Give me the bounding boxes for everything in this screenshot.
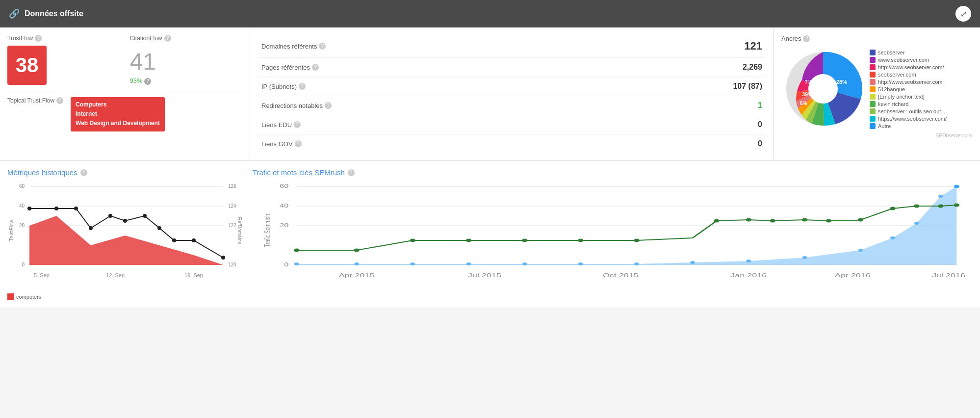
svg-point-64 xyxy=(410,262,415,265)
svg-point-62 xyxy=(294,262,299,265)
svg-text:60: 60 xyxy=(280,183,288,189)
ip-label: IP (Subnets) ? xyxy=(261,83,306,90)
topical-info-icon[interactable]: ? xyxy=(56,97,63,104)
trust-flow-section: TrustFlow ? 38 xyxy=(7,35,120,85)
legend-item: 512banque xyxy=(870,86,947,92)
pages-info-icon[interactable]: ? xyxy=(312,64,319,71)
svg-text:40: 40 xyxy=(280,203,288,209)
svg-point-59 xyxy=(914,205,919,208)
topical-label: Topical Trust Flow ? xyxy=(7,97,63,104)
edu-info-icon[interactable]: ? xyxy=(294,121,301,128)
expand-button[interactable]: ⤢ xyxy=(955,6,971,22)
svg-text:40: 40 xyxy=(19,203,25,209)
svg-text:TrustFlow: TrustFlow xyxy=(9,219,14,241)
gov-info-icon[interactable]: ? xyxy=(295,140,302,147)
page-title: Données offsite xyxy=(25,9,83,18)
edu-label: Liens EDU ? xyxy=(261,121,301,129)
computers-legend-color xyxy=(7,293,14,300)
domaines-info-icon[interactable]: ? xyxy=(319,43,326,50)
svg-text:122: 122 xyxy=(228,223,236,228)
historique-info-icon[interactable]: ? xyxy=(80,169,87,176)
semrush-info-icon[interactable]: ? xyxy=(348,169,355,176)
tf-cf-row: TrustFlow ? 38 CitationFlow ? 41 93% ? xyxy=(7,35,242,91)
redirections-label: Redirections notables ? xyxy=(261,102,332,109)
svg-text:Oct 2015: Oct 2015 xyxy=(603,272,639,278)
svg-text:Apr 2015: Apr 2015 xyxy=(339,272,375,278)
svg-point-68 xyxy=(634,262,639,265)
legend-item: seobserver : outils seo out... xyxy=(870,108,947,114)
topical-badge: ComputersInternetWeb Design and Developm… xyxy=(71,97,165,131)
legend-color xyxy=(870,64,876,70)
svg-text:Jul 2016: Jul 2016 xyxy=(932,272,965,278)
svg-text:39%: 39% xyxy=(802,91,813,97)
gov-label: Liens GOV ? xyxy=(261,140,302,148)
svg-point-54 xyxy=(770,219,775,223)
legend-item: seobserver.com xyxy=(870,72,947,78)
semrush-panel: Trafic et mots-clés SEMrush ? 60 40 20 0… xyxy=(253,168,973,300)
svg-point-28 xyxy=(157,226,161,230)
header-title-group: 🔗 Données offsite xyxy=(9,8,83,19)
svg-point-63 xyxy=(354,262,359,265)
svg-point-25 xyxy=(108,214,112,218)
redirections-value: 1 xyxy=(758,101,762,110)
legend-color xyxy=(870,86,876,92)
svg-point-76 xyxy=(954,185,959,188)
svg-point-71 xyxy=(802,256,807,259)
ip-info-icon[interactable]: ? xyxy=(299,83,306,90)
svg-point-56 xyxy=(826,219,831,223)
svg-text:Apr 2016: Apr 2016 xyxy=(835,272,871,278)
semrush-title: Trafic et mots-clés SEMrush ? xyxy=(253,168,973,177)
legend-item: https://www.seobserver.com/ xyxy=(870,116,947,122)
domaines-value: 121 xyxy=(744,40,762,52)
svg-point-24 xyxy=(89,226,93,230)
trust-flow-info-icon[interactable]: ? xyxy=(35,35,42,42)
svg-text:0: 0 xyxy=(284,262,288,267)
svg-text:0: 0 xyxy=(22,262,25,267)
svg-point-72 xyxy=(858,249,863,252)
svg-point-46 xyxy=(354,249,359,252)
svg-point-50 xyxy=(578,239,583,242)
svg-point-51 xyxy=(634,239,639,242)
ancres-legend: seobserver www.seobserver.com http://www… xyxy=(870,50,947,129)
ancres-info-icon[interactable]: ? xyxy=(803,35,810,42)
top-section: TrustFlow ? 38 CitationFlow ? 41 93% ? T… xyxy=(0,27,980,161)
svg-point-57 xyxy=(858,218,863,222)
legend-color xyxy=(870,108,876,114)
svg-point-29 xyxy=(172,238,176,242)
svg-text:7%: 7% xyxy=(805,79,812,85)
svg-text:Jan 2016: Jan 2016 xyxy=(730,272,767,278)
pct-info-icon[interactable]: ? xyxy=(144,78,151,85)
svg-text:60: 60 xyxy=(19,183,25,189)
svg-point-48 xyxy=(466,239,471,242)
chart-legend: computers xyxy=(7,293,243,300)
legend-item: www.seobserver.com xyxy=(870,57,947,63)
svg-text:5. Sep: 5. Sep xyxy=(34,272,50,278)
gov-row: Liens GOV ? 0 xyxy=(258,134,766,153)
edu-row: Liens EDU ? 0 xyxy=(258,115,766,134)
legend-item: seobserver xyxy=(870,50,947,55)
svg-point-1 xyxy=(808,74,838,104)
svg-text:Jul 2015: Jul 2015 xyxy=(468,272,501,278)
redirections-row: Redirections notables ? 1 xyxy=(258,96,766,115)
ancres-panel: Ancres ? xyxy=(774,27,980,160)
legend-item: http://www.seobserver.com xyxy=(870,79,947,85)
svg-point-52 xyxy=(714,219,719,223)
citation-flow-section: CitationFlow ? 41 93% ? xyxy=(120,35,243,85)
svg-point-49 xyxy=(522,239,527,242)
svg-text:19. Sep: 19. Sep xyxy=(184,272,203,278)
svg-text:12. Sep: 12. Sep xyxy=(106,272,125,278)
citation-flow-info-icon[interactable]: ? xyxy=(164,35,171,42)
svg-point-47 xyxy=(410,239,415,242)
historique-chart: 60 40 20 0 126 124 122 120 TrustFlow Ref… xyxy=(7,182,243,289)
ancres-content: 28% 39% 7% 6% seobserver www.seobserver.… xyxy=(781,47,973,131)
domaines-label: Domaines référents ? xyxy=(261,43,326,50)
citation-flow-value: 41 xyxy=(130,48,156,75)
legend-color xyxy=(870,72,876,78)
gov-value: 0 xyxy=(758,139,762,148)
pct-label: 93% ? xyxy=(130,77,152,85)
svg-point-58 xyxy=(890,207,895,210)
trust-flow-value: 38 xyxy=(7,46,47,85)
legend-item: http://www.seobserver.com/ xyxy=(870,64,947,70)
svg-point-66 xyxy=(522,262,527,265)
redirections-info-icon[interactable]: ? xyxy=(325,102,332,109)
